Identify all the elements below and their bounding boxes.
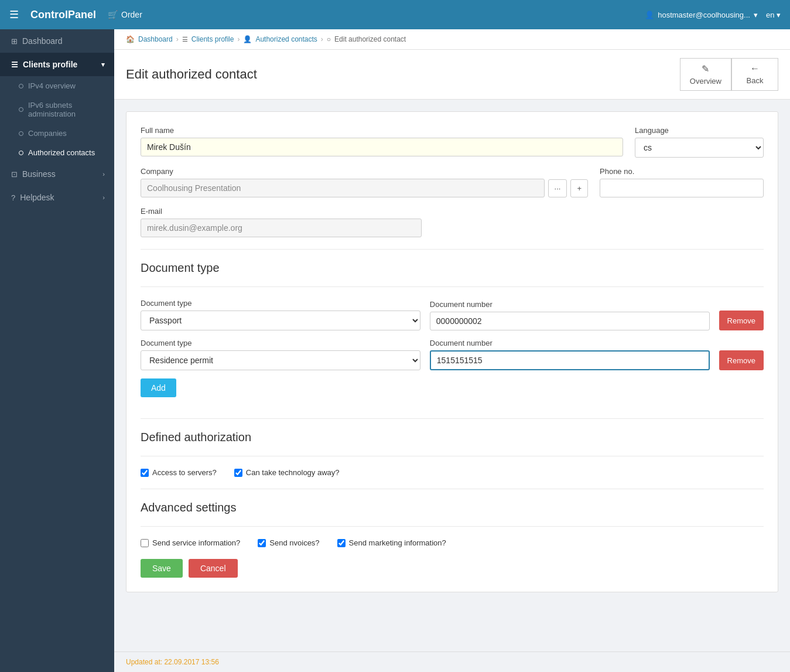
breadcrumb-edit-icon: ○ <box>327 35 331 43</box>
section-divider-2 <box>141 286 764 287</box>
send-marketing-checkbox-item[interactable]: Send marketing information? <box>337 538 446 547</box>
send-service-checkbox-item[interactable]: Send service information? <box>141 538 240 547</box>
language-group: Language cs en de sk <box>635 126 764 158</box>
full-name-group: Full name <box>141 126 623 158</box>
full-name-label: Full name <box>141 126 623 135</box>
doc1-type-select[interactable]: Passport ID card Residence permit Drivin… <box>141 311 420 330</box>
helpdesk-icon: ? <box>11 193 15 202</box>
company-group: Company ··· + <box>141 167 588 197</box>
breadcrumb-dashboard-link[interactable]: Dashboard <box>138 35 173 43</box>
email-row: E-mail <box>141 207 764 237</box>
company-label: Company <box>141 167 588 176</box>
user-chevron-icon: ▾ <box>754 11 758 19</box>
main-content: Full name Language cs en de sk <box>114 100 790 651</box>
language-label: Language <box>635 126 764 135</box>
doc2-type-select[interactable]: Passport ID card Residence permit Drivin… <box>141 350 420 370</box>
language-selector[interactable]: en ▾ <box>766 11 781 19</box>
phone-label: Phone no. <box>600 167 764 176</box>
access-servers-label: Access to servers? <box>152 468 217 477</box>
full-name-input[interactable] <box>141 138 623 156</box>
authorization-checkboxes: Access to servers? Can take technology a… <box>141 468 764 477</box>
sidebar: ⊞ Dashboard ☰ Clients profile ▾ IPv4 ove… <box>0 29 114 672</box>
clients-profile-chevron-icon: ▾ <box>101 61 105 69</box>
breadcrumb-authorized-contacts-icon: 👤 <box>243 35 252 43</box>
email-group: E-mail <box>141 207 422 237</box>
sidebar-item-companies[interactable]: Companies <box>0 124 114 143</box>
sidebar-item-ipv6-subnets[interactable]: IPv6 subnets administration <box>0 95 114 124</box>
send-marketing-checkbox[interactable] <box>337 539 346 547</box>
user-icon: 👤 <box>645 11 654 19</box>
company-input[interactable] <box>141 179 545 197</box>
authorization-section-title: Defined authorization <box>141 431 764 444</box>
sidebar-item-clients-profile[interactable]: ☰ Clients profile ▾ <box>0 53 114 76</box>
section-divider-6 <box>141 526 764 527</box>
send-marketing-label: Send marketing information? <box>349 538 446 547</box>
document-row-2: Document type Passport ID card Residence… <box>141 339 764 370</box>
breadcrumb-clients-profile-link[interactable]: Clients profile <box>191 35 234 43</box>
sidebar-item-authorized-contacts[interactable]: Authorized contacts <box>0 143 114 162</box>
phone-group: Phone no. <box>600 167 764 197</box>
helpdesk-chevron-icon: › <box>102 194 105 201</box>
email-label: E-mail <box>141 207 422 216</box>
back-button[interactable]: ← Back <box>731 58 778 91</box>
doc1-number-input[interactable] <box>430 312 710 330</box>
form-card: Full name Language cs en de sk <box>126 111 778 592</box>
section-divider-3 <box>141 418 764 419</box>
take-tech-checkbox-item[interactable]: Can take technology away? <box>234 468 340 477</box>
authorized-contacts-dot-icon <box>19 151 23 155</box>
cart-icon: 🛒 <box>108 10 118 19</box>
send-invoices-label: Send nvoices? <box>269 538 319 547</box>
clients-profile-icon: ☰ <box>11 60 18 69</box>
language-select[interactable]: cs en de sk <box>635 138 764 158</box>
breadcrumb-sep-3: › <box>321 35 323 43</box>
doc1-number-group: Document number <box>430 300 710 330</box>
save-button[interactable]: Save <box>141 559 183 578</box>
send-invoices-checkbox-item[interactable]: Send nvoices? <box>258 538 319 547</box>
advanced-section-title: Advanced settings <box>141 501 764 514</box>
ipv6-dot-icon <box>19 107 23 112</box>
sidebar-item-business[interactable]: ⊡ Business › <box>0 162 114 186</box>
breadcrumb-authorized-contacts-link[interactable]: Authorized contacts <box>255 35 317 43</box>
full-name-language-row: Full name Language cs en de sk <box>141 126 764 158</box>
sidebar-item-helpdesk[interactable]: ? Helpdesk › <box>0 186 114 209</box>
doc1-type-group: Document type Passport ID card Residence… <box>141 299 420 330</box>
email-input[interactable] <box>141 219 422 237</box>
order-button[interactable]: 🛒 Order <box>108 10 142 19</box>
doc2-type-group: Document type Passport ID card Residence… <box>141 339 420 370</box>
lang-chevron-icon: ▾ <box>777 11 781 19</box>
send-service-checkbox[interactable] <box>141 539 149 547</box>
page-header: Edit authorized contact ✎ Overview ← Bac… <box>114 50 790 100</box>
company-input-row: ··· + <box>141 179 588 197</box>
doc2-number-input[interactable] <box>430 350 710 370</box>
company-dots-button[interactable]: ··· <box>548 179 567 197</box>
doc1-number-label: Document number <box>430 300 710 309</box>
document-row-1: Document type Passport ID card Residence… <box>141 299 764 330</box>
menu-icon[interactable]: ☰ <box>9 8 19 21</box>
bottom-actions: Save Cancel <box>141 559 764 578</box>
take-tech-checkbox[interactable] <box>234 469 242 477</box>
doc1-remove-button[interactable]: Remove <box>719 311 764 330</box>
company-plus-button[interactable]: + <box>570 179 588 197</box>
doc2-remove-button[interactable]: Remove <box>719 350 764 370</box>
access-servers-checkbox-item[interactable]: Access to servers? <box>141 468 217 477</box>
section-divider-4 <box>141 456 764 456</box>
breadcrumb-sep-2: › <box>237 35 240 43</box>
brand-logo: ControlPanel <box>30 9 96 21</box>
cancel-button[interactable]: Cancel <box>189 559 238 578</box>
doc1-type-label: Document type <box>141 299 420 308</box>
top-navigation: ☰ ControlPanel 🛒 Order 👤 hostmaster@cool… <box>0 0 790 29</box>
doc2-number-group: Document number <box>430 339 710 370</box>
phone-input[interactable] <box>600 179 764 197</box>
access-servers-checkbox[interactable] <box>141 469 149 477</box>
overview-button[interactable]: ✎ Overview <box>680 58 731 91</box>
footer-updated-label: Updated at: 22.09.2017 13:56 <box>126 658 219 666</box>
footer: Updated at: 22.09.2017 13:56 <box>114 651 790 672</box>
sidebar-item-dashboard[interactable]: ⊞ Dashboard <box>0 29 114 53</box>
user-menu[interactable]: 👤 hostmaster@coolhousing... ▾ <box>645 11 758 19</box>
back-icon: ← <box>750 63 760 74</box>
sidebar-item-ipv4-overview[interactable]: IPv4 overview <box>0 76 114 95</box>
companies-dot-icon <box>19 131 23 136</box>
breadcrumb-dashboard-icon: 🏠 <box>126 35 135 43</box>
add-document-button[interactable]: Add <box>141 378 176 397</box>
send-invoices-checkbox[interactable] <box>258 539 266 547</box>
